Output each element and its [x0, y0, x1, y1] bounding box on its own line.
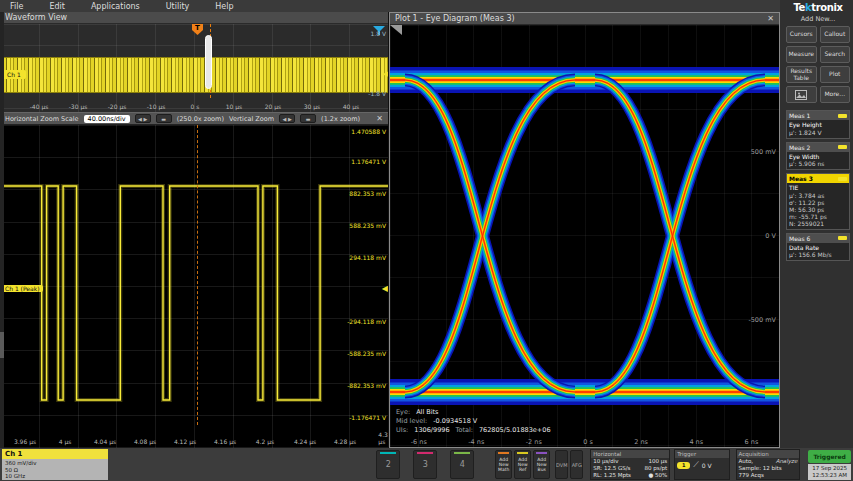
acquisition-analyze: Analyze	[776, 458, 798, 465]
vertical-zoom-label: Vertical Zoom	[229, 115, 274, 123]
add-new-bus-button[interactable]: AddNewBus	[533, 450, 550, 479]
horizontal-value: 100 µs	[645, 458, 668, 465]
add-search-button[interactable]: Search	[820, 46, 851, 63]
trigger-level: 0 V	[702, 462, 712, 469]
measurement-header: Meas 2	[787, 143, 849, 152]
add-cursors-button[interactable]: Cursors	[786, 26, 817, 43]
vertical-zoom-slider[interactable]: ▬	[300, 114, 316, 123]
zoom-y-tick: 882.353 mV	[349, 190, 386, 197]
add-more--button[interactable]: More...	[820, 86, 851, 103]
overview-x-tick: -40 µs	[30, 103, 49, 110]
eye-x-tick: 2 ns	[634, 438, 648, 446]
measurement-source-pill	[838, 177, 847, 181]
plot-resize-icon[interactable]	[390, 25, 402, 35]
record-position-dot: ●	[648, 472, 655, 478]
horizontal-zoom-step-buttons[interactable]: ◀ ▶	[135, 114, 151, 123]
eye-stat-label: Total:	[456, 426, 473, 435]
add-button-line: Math	[498, 467, 509, 472]
overview-x-tick: -30 µs	[69, 103, 88, 110]
menu-item-help[interactable]: Help	[215, 2, 233, 11]
dvm-button[interactable]: DVM	[555, 450, 568, 479]
horizontal-settings-panel[interactable]: Horizontal 10 µs/div100 µsSR: 12.5 GS/s8…	[590, 449, 670, 480]
channel-2-button[interactable]: 2	[376, 450, 400, 479]
measurement-badge-meas3[interactable]: Meas 3TIEµ': 3.784 asσ': 11.22 psM: 56.3…	[786, 173, 850, 230]
eye-stat-value: 1306/9996	[414, 426, 449, 435]
acquisition-settings-panel[interactable]: Acquisition Auto,Analyze Sample: 12 bits…	[736, 449, 801, 480]
measurement-header: Meas 1	[787, 111, 849, 120]
menu-item-utility[interactable]: Utility	[166, 2, 190, 11]
eye-diagram-window: Plot 1 - Eye Diagram (Meas 3) ✕ 500 mV0 …	[389, 12, 780, 448]
add-results-table-button[interactable]: Results Table	[786, 66, 817, 83]
channel-4-button[interactable]: 4	[450, 450, 474, 479]
menu-bar: FileEditApplicationsUtilityHelp	[0, 0, 853, 12]
menu-item-applications[interactable]: Applications	[91, 2, 140, 11]
zoom-x-tick: 4 µs	[59, 438, 72, 445]
measurement-badge-meas1[interactable]: Meas 1Eye Heightµ': 1.824 V	[786, 110, 850, 139]
zoom-region-scrollbar[interactable]	[205, 35, 212, 89]
channel-color-stripe	[380, 452, 396, 454]
results-sidebar: Tektronix Add New... CursorsCalloutMeasu…	[780, 0, 853, 448]
measurement-stat: µ': 3.784 as	[789, 192, 847, 199]
channel-1-settings: 360 mV/div50 Ω10 GHz	[2, 459, 108, 480]
eye-x-tick: 6 ns	[745, 438, 759, 446]
zoom-x-tick: 4.04 µs	[94, 438, 116, 445]
acquisition-mode: Auto,	[739, 458, 754, 465]
trigger-settings-panel[interactable]: Trigger 1 ⟋ 0 V	[674, 449, 729, 480]
zoom-y-tick: -294.118 mV	[347, 318, 386, 325]
afg-button[interactable]: AFG	[570, 450, 583, 479]
zoom-x-tick: 3.96 µs	[14, 438, 36, 445]
menu-item-file[interactable]: File	[10, 2, 23, 11]
measurement-badge-meas2[interactable]: Meas 2Eye Widthµ': 5.906 ns	[786, 142, 850, 171]
horizontal-panel-values: 10 µs/div100 µsSR: 12.5 GS/s80 ps/ptRL: …	[593, 458, 667, 479]
waveform-view-window: Waveform View Ch 1 T 1.8 V -1.8 V ◀ -40 …	[0, 12, 389, 448]
measurement-badge-meas6[interactable]: Meas 6Data Rateµ': 156.6 Mb/s	[786, 233, 850, 262]
zoom-close-icon[interactable]: ✕	[376, 114, 383, 123]
measurement-id: Meas 6	[789, 235, 810, 242]
overview-channel-badge[interactable]: Ch 1	[2, 70, 26, 79]
measurement-header: Meas 3	[787, 174, 849, 183]
waveform-trace	[0, 125, 388, 448]
horizontal-value: ● 50%	[645, 472, 668, 479]
measurement-source-pill	[838, 145, 847, 149]
overview-x-tick: 20 µs	[265, 103, 282, 110]
overview-x-tick: 40 µs	[343, 103, 360, 110]
eye-diagram-titlebar[interactable]: Plot 1 - Eye Diagram (Meas 3) ✕	[390, 13, 779, 25]
screenshot-button[interactable]	[786, 86, 817, 103]
channel-1-badge[interactable]: Ch 1 360 mV/div50 Ω10 GHz	[2, 449, 108, 480]
measurement-id: Meas 3	[789, 175, 813, 182]
add-new-math-button[interactable]: AddNewMath	[495, 450, 512, 479]
add-callout-button[interactable]: Callout	[820, 26, 851, 43]
overview-bottom-scale-label: -1.8 V	[368, 90, 386, 97]
waveform-overview[interactable]: Ch 1 T 1.8 V -1.8 V ◀ -40 µs-30 µs-20 µs…	[0, 24, 388, 112]
horizontal-zoom-slider[interactable]: ▬	[156, 114, 172, 123]
add-measure-button[interactable]: Measure	[786, 46, 817, 63]
vertical-zoom-step-buttons[interactable]: ◀ ▶	[279, 114, 295, 123]
eye-stat-label: Mid level:	[396, 417, 427, 426]
channel-3-button[interactable]: 3	[413, 450, 437, 479]
zoom-channel-marker-icon: ◀	[382, 285, 388, 293]
sidebar-scrollbar[interactable]	[0, 12, 4, 448]
add-new-ref-button[interactable]: AddNewRef	[514, 450, 531, 479]
add-new-label: Add New...	[786, 15, 850, 23]
measurement-name: TIE	[789, 184, 847, 192]
trigger-source-badge: 1	[677, 462, 690, 469]
acquisition-sample: Sample: 12 bits	[739, 465, 782, 472]
waveform-zoom-graticule[interactable]: 1.470588 V1.176471 V882.353 mV588.235 mV…	[0, 125, 388, 448]
eye-y-tick: 0 V	[765, 232, 776, 240]
zoom-y-tick: 1.470588 V	[351, 128, 386, 135]
channel-1-label: Ch 1	[2, 449, 108, 459]
trigger-status-button[interactable]: Triggered	[808, 450, 851, 463]
eye-statistics: Eye:All BitsMid level:-0.0934518 VUIs:13…	[396, 408, 551, 435]
add-plot-button[interactable]: Plot	[820, 66, 851, 83]
eye-stat-value: 762805/5.01883e+06	[479, 426, 551, 435]
eye-x-tick: 4 ns	[689, 438, 703, 446]
measurement-stat: µ': 156.6 Mb/s	[789, 251, 847, 258]
horizontal-zoom-scale-value[interactable]: 40.00ns/div	[84, 115, 130, 123]
menu-item-edit[interactable]: Edit	[49, 2, 65, 11]
eye-x-tick: -4 ns	[468, 438, 484, 446]
waveform-view-titlebar[interactable]: Waveform View	[0, 12, 388, 24]
eye-diagram-close-icon[interactable]: ✕	[767, 14, 774, 23]
eye-diagram-plot[interactable]: 500 mV0 V-500 mV Eye:All BitsMid level:-…	[390, 25, 779, 447]
trigger-position-marker[interactable]: T	[192, 24, 203, 35]
zoom-channel-badge[interactable]: Ch 1 (Peak)	[2, 285, 43, 292]
